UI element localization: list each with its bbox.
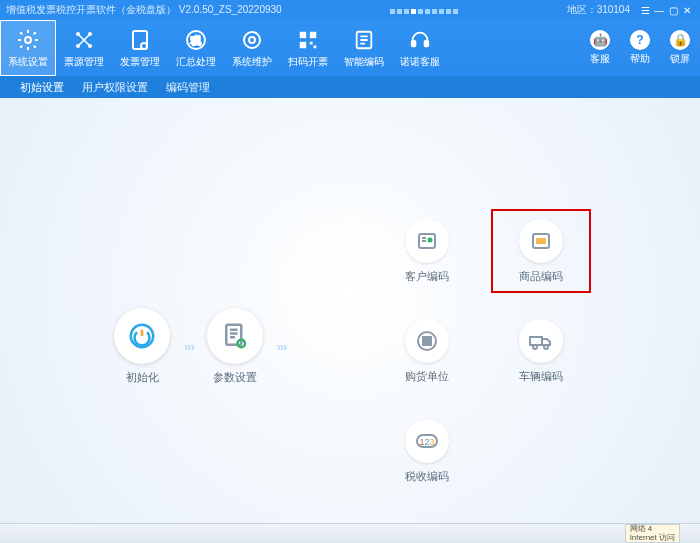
grid-purchaser[interactable]: 购货单位 — [377, 309, 477, 393]
svg-text:税: 税 — [191, 35, 201, 46]
app-title: 增值税发票税控开票软件（金税盘版） V2.0.50_ZS_20220930 — [6, 3, 282, 17]
menu-icon[interactable]: ☰ — [638, 5, 652, 16]
grid-vehicle-code[interactable]: 车辆编码 — [491, 309, 591, 393]
arrow-icon: › › › — [184, 340, 193, 354]
wrench-gear-icon — [239, 27, 265, 53]
tool-scan-invoice[interactable]: 扫码开票 — [280, 20, 336, 76]
svg-point-6 — [141, 43, 147, 49]
close-icon[interactable]: ✕ — [680, 5, 694, 16]
svg-rect-13 — [300, 42, 306, 48]
help-icon: ? — [630, 30, 650, 50]
pager-dots — [282, 5, 567, 16]
person-card-icon — [405, 219, 449, 263]
tool-ticket-source[interactable]: 票源管理 — [56, 20, 112, 76]
svg-rect-15 — [314, 46, 317, 49]
gear-icon — [15, 27, 41, 53]
submenu-user-permission[interactable]: 用户权限设置 — [82, 80, 148, 95]
tool-invoice-manage[interactable]: 发票管理 — [112, 20, 168, 76]
grid-customer-code[interactable]: 客户编码 — [377, 209, 477, 293]
nodes-icon — [71, 27, 97, 53]
svg-rect-30 — [530, 337, 542, 345]
svg-rect-27 — [428, 337, 431, 340]
taskbar: 网络 4 Internet 访问 — [0, 523, 700, 543]
lock-button[interactable]: 🔒 锁屏 — [660, 20, 700, 76]
flow-row: 初始化 › › › 参数设置 › › › — [114, 308, 285, 385]
service-button[interactable]: 🤖 客服 — [580, 20, 620, 76]
submenu: 初始设置 用户权限设置 编码管理 — [0, 76, 700, 98]
region-label: 地区：310104 — [567, 3, 630, 17]
svg-point-31 — [533, 345, 537, 349]
tool-label: 系统设置 — [8, 55, 48, 69]
tool-smart-coding[interactable]: 智能编码 — [336, 20, 392, 76]
headset-icon — [407, 27, 433, 53]
maximize-icon[interactable]: ▢ — [666, 5, 680, 16]
code-grid: 客户编码 商品编码 购货单位 车辆编码 — [370, 193, 598, 503]
svg-rect-11 — [300, 32, 306, 38]
svg-point-0 — [25, 37, 31, 43]
flow-params[interactable]: 参数设置 — [207, 308, 263, 385]
svg-point-10 — [249, 37, 255, 43]
lock-icon: 🔒 — [670, 30, 690, 50]
svg-rect-14 — [310, 42, 313, 45]
tool-system-settings[interactable]: 系统设置 — [0, 20, 56, 76]
svg-rect-18 — [425, 41, 429, 46]
svg-rect-22 — [419, 234, 435, 248]
power-icon — [114, 308, 170, 364]
svg-point-32 — [544, 345, 548, 349]
network-popup[interactable]: 网络 4 Internet 访问 — [625, 524, 680, 543]
barcode-doc-icon — [351, 27, 377, 53]
svg-point-23 — [428, 237, 433, 242]
arrow-icon: › › › — [277, 340, 286, 354]
svg-rect-26 — [423, 337, 426, 340]
svg-rect-17 — [412, 41, 416, 46]
svg-rect-28 — [423, 342, 426, 345]
svg-rect-29 — [428, 342, 431, 345]
doc-gear-icon — [127, 27, 153, 53]
submenu-code-manage[interactable]: 编码管理 — [166, 80, 210, 95]
qrcode-icon — [295, 27, 321, 53]
truck-icon — [519, 319, 563, 363]
help-button[interactable]: ? 帮助 — [620, 20, 660, 76]
submenu-initial-settings[interactable]: 初始设置 — [20, 80, 64, 95]
tool-system-maintain[interactable]: 系统维护 — [224, 20, 280, 76]
list-grid-icon — [405, 319, 449, 363]
titlebar: 增值税发票税控开票软件（金税盘版） V2.0.50_ZS_20220930 地区… — [0, 0, 700, 20]
sum-badge-icon: 税 — [183, 27, 209, 53]
doc-cog-icon — [207, 308, 263, 364]
main-toolbar: 系统设置 票源管理 发票管理 税 汇总处理 系统维护 扫码开票 智能编码 — [0, 20, 700, 76]
digits-icon: 123 — [405, 419, 449, 463]
grid-product-code[interactable]: 商品编码 — [491, 209, 591, 293]
flow-init[interactable]: 初始化 — [114, 308, 170, 385]
content-area: 初始化 › › › 参数设置 › › › 客户编码 商品编码 — [0, 98, 700, 523]
svg-text:123: 123 — [419, 437, 434, 447]
robot-icon: 🤖 — [590, 30, 610, 50]
svg-point-9 — [244, 32, 260, 48]
tool-nuonuo-service[interactable]: 诺诺客服 — [392, 20, 448, 76]
minimize-icon[interactable]: — — [652, 5, 666, 16]
svg-rect-12 — [310, 32, 316, 38]
tool-summary[interactable]: 税 汇总处理 — [168, 20, 224, 76]
barcode-icon — [519, 219, 563, 263]
grid-tax-code[interactable]: 123 税收编码 — [377, 409, 477, 493]
